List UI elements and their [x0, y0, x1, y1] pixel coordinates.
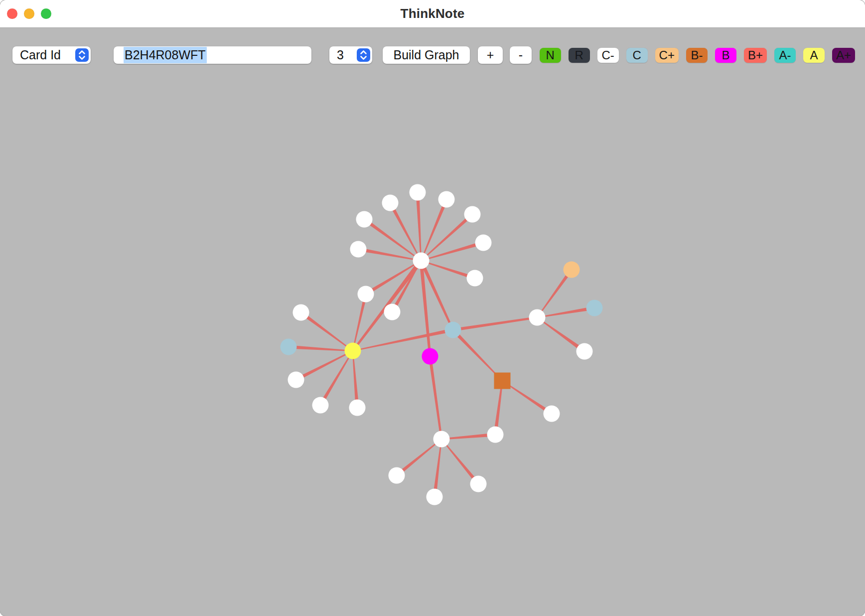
app-window: ThinkNote Card Id B2H4R08WFT 3 Build Gra…	[0, 0, 865, 616]
graph-edge	[429, 356, 442, 440]
graph-node[interactable]	[422, 348, 438, 365]
graph-edge	[389, 202, 422, 261]
graph-node[interactable]	[577, 343, 593, 360]
graph-node[interactable]	[382, 195, 399, 211]
graph-edge	[453, 316, 538, 331]
graph-node[interactable]	[410, 184, 426, 201]
graph-node[interactable]	[358, 286, 374, 303]
graph-edge	[288, 345, 353, 352]
graph-node[interactable]	[350, 241, 367, 258]
graph-canvas[interactable]	[0, 0, 865, 616]
graph-node[interactable]	[288, 372, 304, 388]
minimize-button[interactable]	[24, 8, 34, 19]
badge-C[interactable]: C	[626, 48, 648, 63]
graph-node[interactable]	[312, 397, 329, 414]
graph-node[interactable]	[293, 305, 309, 321]
graph-node[interactable]	[544, 406, 560, 422]
traffic-lights	[7, 0, 51, 27]
graph-edge	[416, 192, 422, 261]
field-type-select[interactable]: Card Id	[12, 46, 91, 64]
badge-B+[interactable]: B+	[744, 48, 767, 63]
graph-node[interactable]	[494, 373, 511, 389]
card-id-input[interactable]: B2H4R08WFT	[114, 46, 311, 64]
graph-node[interactable]	[389, 467, 405, 484]
badge-A[interactable]: A	[803, 48, 825, 63]
graph-node[interactable]	[445, 322, 461, 338]
graph-node[interactable]	[470, 476, 487, 492]
stepper-icon	[357, 48, 370, 62]
zoom-out-button[interactable]: -	[510, 46, 532, 64]
graph-node[interactable]	[529, 309, 546, 326]
graph-edge	[365, 260, 421, 296]
graph-node[interactable]	[487, 427, 504, 443]
graph-node[interactable]	[349, 400, 366, 416]
close-button[interactable]	[7, 8, 17, 19]
graph-node[interactable]	[384, 304, 401, 320]
badge-C+[interactable]: C+	[655, 48, 679, 63]
graph-edge	[420, 261, 432, 357]
graph-node[interactable]	[427, 489, 443, 505]
badge-A-[interactable]: A-	[774, 48, 796, 63]
graph-node[interactable]	[356, 211, 373, 228]
graph-node[interactable]	[438, 191, 455, 208]
window-title: ThinkNote	[401, 6, 465, 21]
graph-node[interactable]	[464, 206, 481, 223]
graph-node[interactable]	[586, 300, 603, 316]
badge-R[interactable]: R	[569, 48, 590, 63]
badge-N[interactable]: N	[540, 48, 561, 63]
build-graph-button[interactable]: Build Graph	[383, 46, 470, 64]
zoom-button[interactable]	[41, 8, 51, 19]
graph-edge	[537, 307, 595, 318]
graph-node[interactable]	[413, 253, 430, 269]
badge-B[interactable]: B	[715, 48, 736, 63]
graph-node[interactable]	[281, 339, 297, 355]
card-id-input-value: B2H4R08WFT	[124, 47, 207, 63]
graph-edge	[433, 439, 442, 497]
badge-C-[interactable]: C-	[597, 48, 619, 63]
zoom-in-button[interactable]: +	[478, 46, 503, 64]
graph-node[interactable]	[475, 235, 492, 251]
graph-edge	[421, 199, 448, 261]
graph-node[interactable]	[467, 270, 483, 287]
field-type-select-value: Card Id	[20, 48, 61, 62]
badge-A+[interactable]: A+	[832, 48, 855, 63]
stepper-icon	[75, 48, 89, 62]
badge-bar: NRC-CC+B-BB+A-AA+	[540, 48, 855, 63]
graph-node[interactable]	[564, 262, 580, 278]
graph-edge	[352, 351, 359, 408]
titlebar: ThinkNote	[0, 0, 865, 28]
graph-edge	[300, 311, 353, 351]
depth-select-value: 3	[337, 48, 344, 62]
badge-B-[interactable]: B-	[686, 48, 708, 63]
graph-edge	[421, 241, 484, 261]
depth-select[interactable]: 3	[329, 46, 372, 64]
graph-node[interactable]	[345, 343, 361, 359]
graph-node[interactable]	[433, 431, 450, 448]
